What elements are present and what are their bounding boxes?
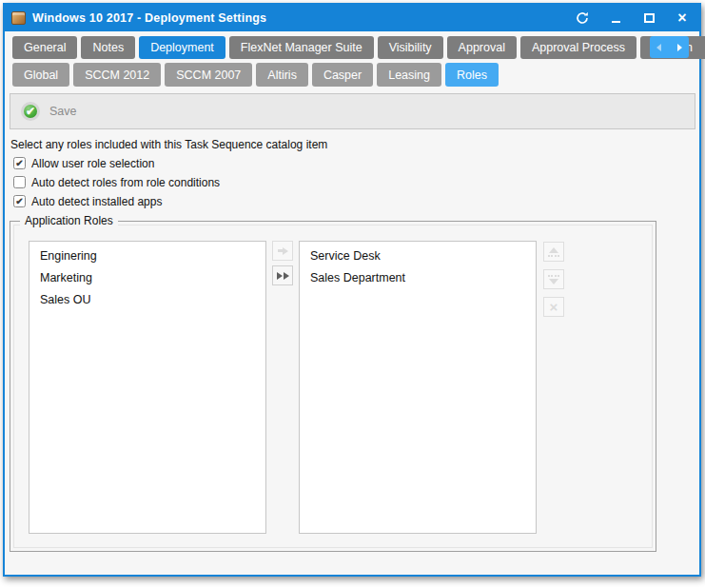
tab-sccm-2012[interactable]: SCCM 2012 — [73, 63, 161, 87]
check-circle-icon: ✔ — [21, 102, 40, 121]
package-icon — [11, 11, 26, 25]
tab-casper[interactable]: Casper — [312, 63, 373, 87]
maximize-button[interactable] — [641, 10, 656, 26]
tab-band: General Notes Deployment FlexNet Manager… — [5, 31, 699, 87]
secondary-tabs: Global SCCM 2012 SCCM 2007 Altiris Caspe… — [12, 63, 692, 87]
arrow-down-icon — [548, 275, 559, 284]
checkmark-icon: ✔ — [15, 197, 23, 206]
tab-altiris[interactable]: Altiris — [256, 63, 308, 87]
save-button-label: Save — [49, 105, 77, 118]
tab-flexnet-manager-suite[interactable]: FlexNet Manager Suite — [229, 36, 374, 59]
tab-general[interactable]: General — [12, 36, 77, 59]
checkbox-label: Allow user role selection — [31, 157, 154, 170]
minimize-button[interactable] — [608, 10, 623, 26]
tab-label: Notes — [92, 41, 124, 54]
tab-label: SCCM 2007 — [176, 69, 241, 82]
tab-label: Casper — [323, 69, 362, 82]
list-item[interactable]: Sales OU — [29, 289, 265, 311]
checkbox-allow-user-role-selection[interactable]: ✔ — [13, 157, 26, 169]
refresh-icon — [576, 11, 589, 25]
assigned-roles-list[interactable]: Service Desk Sales Department — [299, 241, 537, 534]
tab-label: SCCM 2012 — [85, 69, 149, 82]
tab-approval-process[interactable]: Approval Process — [520, 36, 636, 59]
remove-x-icon: × — [550, 300, 558, 314]
tab-label: Global — [24, 69, 58, 82]
tab-label: Approval Process — [532, 41, 625, 54]
list-item[interactable]: Enginering — [29, 245, 265, 267]
checkbox-row-auto-detect-roles[interactable]: ✔ Auto detect roles from role conditions — [13, 175, 699, 189]
tab-sccm-2007[interactable]: SCCM 2007 — [165, 63, 252, 87]
window-controls: × — [575, 10, 690, 26]
primary-tabs: General Notes Deployment FlexNet Manager… — [12, 36, 692, 59]
available-roles-list[interactable]: Enginering Marketing Sales OU — [29, 241, 266, 534]
minimize-icon — [612, 21, 620, 23]
scroll-left-icon[interactable] — [656, 44, 661, 51]
remove-button[interactable]: × — [543, 297, 564, 317]
tab-label: Deployment — [150, 41, 214, 54]
checkbox-label: Auto detect roles from role conditions — [31, 176, 220, 189]
move-all-right-button[interactable] — [272, 265, 293, 285]
close-icon: × — [677, 11, 686, 25]
list-item[interactable]: Service Desk — [300, 245, 536, 267]
tab-label: Visibility — [389, 41, 432, 54]
save-button[interactable]: ✔ Save — [21, 102, 77, 121]
double-arrow-right-icon — [277, 272, 289, 280]
checkbox-auto-detect-installed-apps[interactable]: ✔ — [13, 195, 26, 207]
maximize-icon — [644, 13, 655, 23]
move-up-button[interactable] — [543, 242, 564, 262]
arrow-up-icon — [548, 247, 559, 257]
checkbox-row-allow-user-role-selection[interactable]: ✔ Allow user role selection — [13, 156, 699, 170]
groupbox-title: Application Roles — [20, 214, 118, 227]
refresh-button[interactable] — [575, 10, 590, 26]
tab-label: Leasing — [388, 69, 430, 82]
save-toolbar: ✔ Save — [10, 93, 695, 129]
tab-notes[interactable]: Notes — [81, 36, 135, 59]
tab-leasing[interactable]: Leasing — [377, 63, 441, 87]
tab-label: Approval — [459, 41, 505, 54]
tab-label: FlexNet Manager Suite — [241, 41, 362, 54]
list-item[interactable]: Marketing — [29, 267, 265, 289]
checkbox-auto-detect-roles[interactable]: ✔ — [13, 176, 26, 188]
tab-label: Altiris — [267, 69, 297, 82]
tab-roles[interactable]: Roles — [445, 63, 499, 87]
instruction-text: Select any roles included with this Task… — [10, 138, 699, 151]
tab-deployment[interactable]: Deployment — [139, 36, 225, 59]
titlebar: Windows 10 2017 - Deployment Settings × — [5, 5, 699, 31]
deployment-settings-window: Windows 10 2017 - Deployment Settings × … — [3, 3, 701, 577]
list-item[interactable]: Sales Department — [300, 267, 536, 289]
arrow-right-icon — [278, 247, 288, 255]
tab-label: General — [24, 41, 66, 54]
tab-visibility[interactable]: Visibility — [378, 36, 443, 59]
checkmark-icon: ✔ — [15, 159, 23, 168]
scroll-right-icon[interactable] — [677, 44, 682, 51]
close-button[interactable]: × — [675, 10, 690, 26]
window-title: Windows 10 2017 - Deployment Settings — [32, 11, 266, 25]
tab-scroller — [650, 36, 689, 58]
tab-global[interactable]: Global — [12, 63, 69, 87]
tab-label: Roles — [457, 69, 487, 82]
checkbox-label: Auto detect installed apps — [31, 195, 162, 208]
move-down-button[interactable] — [543, 269, 564, 289]
checkbox-row-auto-detect-installed-apps[interactable]: ✔ Auto detect installed apps — [13, 194, 699, 208]
application-roles-groupbox: Application Roles Enginering Marketing S… — [10, 221, 656, 552]
tab-approval[interactable]: Approval — [447, 36, 517, 59]
move-selected-right-button[interactable] — [272, 241, 293, 261]
